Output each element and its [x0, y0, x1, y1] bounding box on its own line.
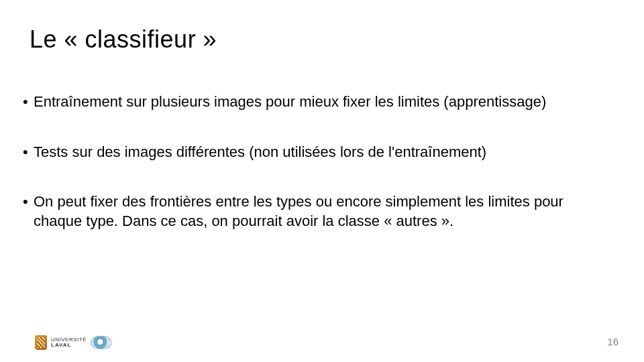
bullet-dot-icon: •	[23, 93, 34, 112]
laval-shield-icon	[35, 335, 47, 350]
bullet-dot-icon: •	[23, 143, 34, 162]
slide-title: Le « classifieur »	[30, 25, 217, 54]
bullet-dot-icon: •	[23, 192, 34, 231]
bullet-text: Entraînement sur plusieurs images pour m…	[34, 93, 613, 112]
bullet-item: • On peut fixer des frontières entre les…	[23, 192, 613, 231]
eye-logo-icon	[91, 336, 112, 349]
bullet-text: On peut fixer des frontières entre les t…	[34, 192, 613, 231]
slide-body: • Entraînement sur plusieurs images pour…	[23, 93, 613, 261]
laval-wordmark: UNIVERSITÉ LAVAL	[51, 337, 87, 348]
bullet-item: • Entraînement sur plusieurs images pour…	[23, 93, 613, 112]
footer-logo: UNIVERSITÉ LAVAL	[35, 335, 112, 350]
bullet-item: • Tests sur des images différentes (non …	[23, 143, 613, 162]
laval-line2: LAVAL	[51, 343, 87, 348]
page-number: 16	[607, 336, 619, 347]
slide: Le « classifieur » • Entraînement sur pl…	[0, 0, 644, 362]
bullet-text: Tests sur des images différentes (non ut…	[34, 143, 613, 162]
